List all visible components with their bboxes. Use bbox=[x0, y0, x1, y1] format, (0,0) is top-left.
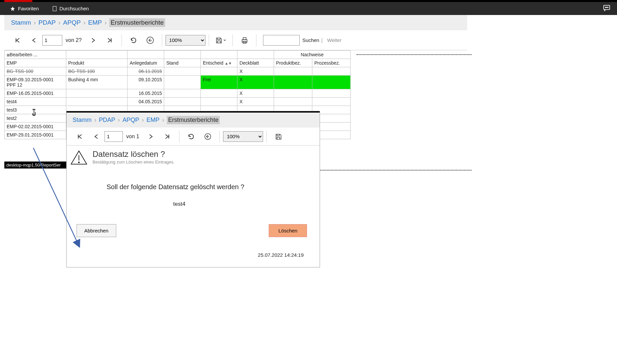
breadcrumb-link[interactable]: Stamm bbox=[11, 19, 31, 26]
col-deckblatt[interactable]: Deckblatt bbox=[237, 59, 274, 67]
back-button[interactable] bbox=[199, 130, 216, 143]
page-input[interactable] bbox=[105, 131, 123, 142]
save-button[interactable] bbox=[270, 130, 287, 143]
table-row[interactable]: test404.05.2015X bbox=[5, 98, 351, 106]
dotted-rule bbox=[319, 170, 471, 171]
col-prozessbez[interactable]: Prozessbez. bbox=[312, 59, 351, 67]
next-page-button[interactable] bbox=[85, 34, 102, 47]
col-produktbez[interactable]: Produktbez. bbox=[274, 59, 312, 67]
dialog-breadcrumb: Stamm› PDAP› APQP› EMP› Erstmusterberich… bbox=[67, 113, 320, 128]
dialog-question: Soll der folgende Datensatz gelöscht wer… bbox=[107, 183, 314, 191]
svg-point-4 bbox=[608, 7, 608, 8]
page-input[interactable] bbox=[42, 35, 62, 46]
menubar: Favoriten Durchsuchen bbox=[0, 2, 617, 15]
page-of-label: von 2? bbox=[66, 37, 82, 43]
col-produkt[interactable]: Produkt bbox=[66, 59, 128, 67]
svg-point-2 bbox=[605, 7, 606, 8]
search-next-button[interactable]: Weiter bbox=[327, 37, 342, 43]
document-icon bbox=[52, 6, 57, 11]
first-page-button[interactable] bbox=[9, 34, 26, 47]
svg-rect-7 bbox=[243, 38, 246, 40]
dotted-rule bbox=[357, 54, 471, 55]
print-button[interactable] bbox=[236, 34, 253, 47]
dialog-item: test4 bbox=[173, 201, 314, 207]
breadcrumb-link[interactable]: EMP bbox=[88, 19, 102, 26]
refresh-button[interactable] bbox=[183, 130, 199, 143]
breadcrumb-link[interactable]: Stamm bbox=[73, 117, 92, 124]
page-of-label: von 1 bbox=[126, 134, 139, 140]
next-page-button[interactable] bbox=[143, 130, 159, 143]
col-anlegedatum[interactable]: Anlegedatum bbox=[128, 59, 164, 67]
nachweise-header: Nachweise bbox=[274, 51, 351, 59]
first-page-button[interactable] bbox=[71, 130, 88, 143]
table-row[interactable]: BG-TSS-100BG-TSS-10006.11.2015X bbox=[5, 67, 351, 76]
delete-button[interactable]: Löschen bbox=[269, 224, 307, 237]
window-top-strip bbox=[0, 0, 617, 2]
last-page-button[interactable] bbox=[102, 34, 118, 47]
prev-page-button[interactable] bbox=[88, 130, 105, 143]
browse-menu[interactable]: Durchsuchen bbox=[52, 6, 89, 11]
zoom-select[interactable]: 100% bbox=[223, 131, 263, 142]
breadcrumb: Stamm› PDAP› APQP› EMP› Erstmusterberich… bbox=[4, 15, 467, 30]
cancel-button[interactable]: Abbrechen bbox=[77, 224, 116, 237]
svg-point-11 bbox=[79, 162, 80, 163]
feedback-icon[interactable] bbox=[603, 5, 610, 12]
refresh-button[interactable] bbox=[125, 34, 142, 47]
zoom-select[interactable]: 100% bbox=[165, 35, 205, 46]
dialog-title: Datensatz löschen ? bbox=[93, 150, 174, 159]
table-row[interactable]: EMP-09.10.2015-0001PPF 12Bushing 4 mm09.… bbox=[5, 76, 351, 89]
breadcrumb-current: Erstmusterberichte bbox=[167, 116, 220, 124]
breadcrumb-link[interactable]: APQP bbox=[123, 117, 139, 124]
favorites-menu[interactable]: Favoriten bbox=[10, 6, 39, 11]
report-toolbar: von 2? 100% Suchen | Weiter bbox=[4, 30, 467, 50]
breadcrumb-current: Erstmusterberichte bbox=[109, 18, 165, 27]
breadcrumb-link[interactable]: PDAP bbox=[39, 19, 56, 26]
search-input[interactable] bbox=[263, 35, 300, 46]
table-row[interactable]: EMP-16.05.2015-000116.05.2015X bbox=[5, 89, 351, 98]
search-button[interactable]: Suchen bbox=[302, 37, 319, 43]
col-stand[interactable]: Stand bbox=[164, 59, 201, 67]
prev-page-button[interactable] bbox=[26, 34, 42, 47]
delete-dialog: Stamm› PDAP› APQP› EMP› Erstmusterberich… bbox=[67, 111, 320, 267]
edit-header[interactable]: ⊞Bearbeiten ... bbox=[5, 51, 66, 59]
breadcrumb-link[interactable]: PDAP bbox=[99, 117, 115, 124]
breadcrumb-link[interactable]: APQP bbox=[63, 19, 81, 26]
col-entscheid[interactable]: Entscheid▲▼ bbox=[201, 59, 237, 67]
star-icon bbox=[10, 6, 15, 11]
back-button[interactable] bbox=[142, 34, 158, 47]
breadcrumb-link[interactable]: EMP bbox=[147, 117, 159, 124]
active-tab-indicator bbox=[4, 0, 32, 2]
dialog-timestamp: 25.07.2022 14:24:19 bbox=[70, 252, 314, 258]
last-page-button[interactable] bbox=[159, 130, 176, 143]
sort-icon: ▲▼ bbox=[225, 61, 232, 65]
browse-label: Durchsuchen bbox=[60, 6, 89, 11]
favorites-label: Favoriten bbox=[18, 6, 39, 11]
col-emp[interactable]: EMP bbox=[5, 59, 66, 67]
dialog-toolbar: von 1 100% bbox=[67, 128, 320, 146]
warning-icon bbox=[70, 150, 88, 167]
svg-rect-0 bbox=[53, 6, 56, 11]
status-bar: desktop-mqp1.50/ReportSer bbox=[4, 162, 67, 169]
dialog-subtitle: Bestätigung zum Löschen eines Eintrages. bbox=[93, 160, 174, 165]
svg-point-3 bbox=[606, 7, 607, 8]
save-button[interactable] bbox=[212, 34, 229, 47]
